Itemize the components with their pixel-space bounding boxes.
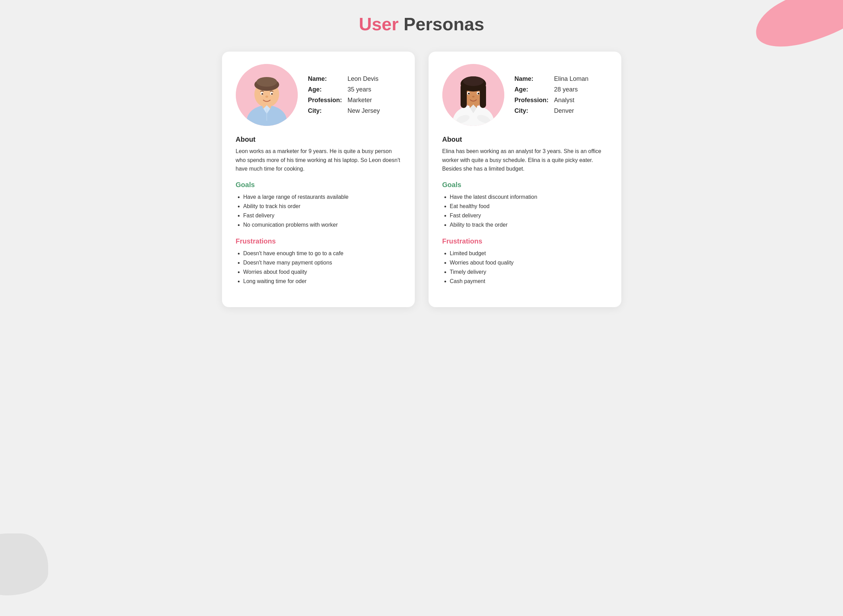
leon-about-title: About — [236, 135, 401, 144]
elina-goals-title: Goals — [442, 181, 608, 189]
leon-city-label: City: — [308, 107, 342, 114]
svg-point-20 — [463, 76, 484, 86]
svg-point-24 — [477, 93, 479, 95]
svg-point-10 — [265, 95, 268, 98]
list-item: Fast delivery — [450, 211, 608, 220]
leon-name-label: Name: — [308, 75, 342, 82]
elina-profession-value: Analyst — [554, 97, 588, 104]
leon-goals-list: Have a large range of restaurants availa… — [236, 192, 401, 230]
list-item: Doesn't have enough time to go to a cafe — [243, 249, 401, 258]
elina-goals-list: Have the latest discount information Eat… — [442, 192, 608, 230]
profile-header-elina: Name: Elina Loman Age: 28 years Professi… — [442, 64, 608, 126]
persona-card-leon: Name: Leon Devis Age: 35 years Professio… — [222, 51, 415, 307]
leon-age-value: 35 years — [348, 86, 380, 93]
svg-rect-18 — [460, 84, 467, 108]
elina-profession-label: Profession: — [515, 97, 549, 104]
elina-name-value: Elina Loman — [554, 75, 588, 82]
elina-name-label: Name: — [515, 75, 549, 82]
leon-about-text: Leon works as a marketer for 9 years. He… — [236, 147, 401, 173]
page-title: User Personas — [359, 14, 484, 34]
list-item: Limited budget — [450, 249, 608, 258]
page-title-normal: Personas — [399, 14, 484, 34]
elina-age-label: Age: — [515, 86, 549, 93]
leon-frustrations-list: Doesn't have enough time to go to a cafe… — [236, 249, 401, 286]
svg-point-9 — [271, 93, 273, 95]
leon-age-label: Age: — [308, 86, 342, 93]
elina-city-value: Denver — [554, 107, 588, 114]
page-title-highlight: User — [359, 14, 399, 34]
leon-goals-section: Goals Have a large range of restaurants … — [236, 181, 401, 230]
list-item: Fast delivery — [243, 211, 401, 220]
list-item: No comunication problems with worker — [243, 220, 401, 229]
svg-rect-19 — [480, 84, 486, 108]
leon-profession-value: Marketer — [348, 97, 380, 104]
decorative-blob-top-right — [749, 0, 843, 55]
leon-profession-label: Profession: — [308, 97, 342, 104]
svg-point-23 — [468, 93, 469, 95]
list-item: Eat healthy food — [450, 202, 608, 211]
list-item: Doesn't have many payment options — [243, 258, 401, 267]
elina-frustrations-title: Frustrations — [442, 237, 608, 245]
persona-card-elina: Name: Elina Loman Age: 28 years Professi… — [428, 51, 621, 307]
elina-about-section: About Elina has been working as an analy… — [442, 135, 608, 173]
list-item: Have a large range of restaurants availa… — [243, 192, 401, 202]
info-table-leon: Name: Leon Devis Age: 35 years Professio… — [308, 75, 380, 114]
list-item: Ability to track his order — [243, 202, 401, 211]
svg-point-8 — [261, 93, 263, 95]
list-item: Long waiting time for oder — [243, 277, 401, 286]
elina-frustrations-list: Limited budget Worries about food qualit… — [442, 249, 608, 286]
elina-goals-section: Goals Have the latest discount informati… — [442, 181, 608, 230]
leon-goals-title: Goals — [236, 181, 401, 189]
list-item: Cash payment — [450, 277, 608, 286]
decorative-blob-bottom-left — [0, 534, 48, 595]
info-table-elina: Name: Elina Loman Age: 28 years Professi… — [515, 75, 588, 114]
avatar-elina — [442, 64, 504, 126]
list-item: Timely delivery — [450, 267, 608, 277]
leon-frustrations-section: Frustrations Doesn't have enough time to… — [236, 237, 401, 286]
avatar-leon — [236, 64, 298, 126]
elina-about-text: Elina has been working as an analyst for… — [442, 147, 608, 173]
list-item: Worries about food quality — [243, 267, 401, 277]
list-item: Worries about food quality — [450, 258, 608, 267]
list-item: Ability to track the order — [450, 220, 608, 229]
svg-point-5 — [256, 77, 277, 87]
elina-city-label: City: — [515, 107, 549, 114]
svg-point-25 — [472, 96, 474, 98]
profile-header-leon: Name: Leon Devis Age: 35 years Professio… — [236, 64, 401, 126]
leon-about-section: About Leon works as a marketer for 9 yea… — [236, 135, 401, 173]
leon-frustrations-title: Frustrations — [236, 237, 401, 245]
elina-frustrations-section: Frustrations Limited budget Worries abou… — [442, 237, 608, 286]
list-item: Have the latest discount information — [450, 192, 608, 202]
elina-age-value: 28 years — [554, 86, 588, 93]
leon-city-value: New Jersey — [348, 107, 380, 114]
elina-about-title: About — [442, 135, 608, 144]
cards-container: Name: Leon Devis Age: 35 years Professio… — [215, 51, 628, 307]
leon-name-value: Leon Devis — [348, 75, 380, 82]
